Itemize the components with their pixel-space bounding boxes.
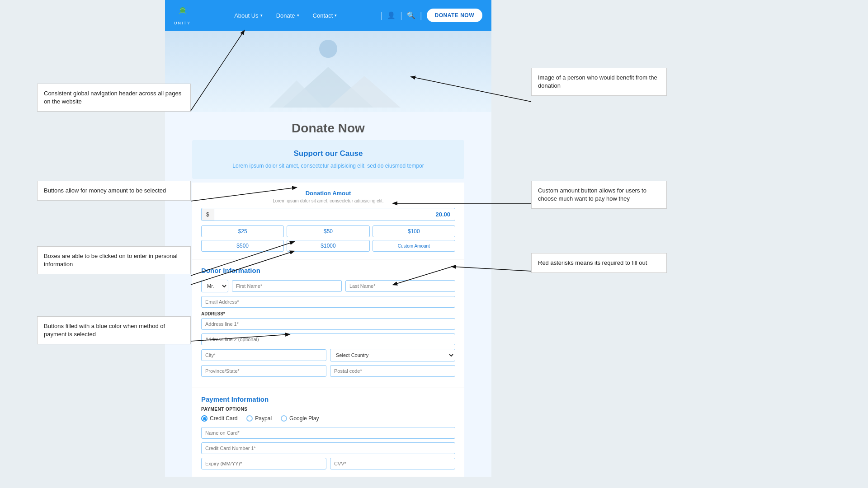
cvv-input[interactable] bbox=[330, 458, 455, 469]
last-name-input[interactable] bbox=[345, 280, 455, 292]
logo-text: UNITY bbox=[174, 21, 191, 25]
credit-card-option[interactable]: Credit Card bbox=[201, 415, 237, 422]
support-card: Support our Cause Lorem ipsum dolor sit … bbox=[192, 140, 464, 179]
donation-amount-heading: Donation Amout bbox=[201, 190, 455, 197]
credit-card-label: Credit Card bbox=[210, 415, 237, 422]
cc-fields bbox=[201, 427, 455, 469]
paypal-label: Paypal bbox=[255, 415, 272, 422]
first-name-input[interactable] bbox=[232, 280, 342, 292]
expiry-cvv-row bbox=[201, 458, 455, 469]
current-amount: 20.00 bbox=[214, 208, 455, 221]
city-input[interactable] bbox=[201, 349, 326, 361]
name-on-card-input[interactable] bbox=[201, 427, 455, 439]
svg-point-0 bbox=[180, 7, 185, 13]
divider-2: | bbox=[400, 11, 402, 20]
contact-link[interactable]: Contact ▾ bbox=[313, 12, 337, 19]
payment-options-label: PAYMENT OPTIONS bbox=[201, 407, 455, 412]
amount-btn-50[interactable]: $50 bbox=[287, 225, 369, 237]
support-heading: Support our Cause bbox=[201, 149, 455, 158]
expiry-input[interactable] bbox=[201, 458, 326, 469]
credit-card-radio[interactable] bbox=[201, 415, 208, 422]
logo: UNITY bbox=[174, 5, 191, 25]
google-play-option[interactable]: Google Play bbox=[281, 415, 319, 422]
currency-symbol: $ bbox=[202, 209, 214, 221]
annotation-amount-buttons: Buttons allow for money amount to be sel… bbox=[37, 181, 191, 201]
address-line2-input[interactable] bbox=[201, 333, 455, 345]
title-select[interactable]: Mr. Mrs. Ms. Dr. bbox=[201, 280, 228, 292]
divider-3: | bbox=[420, 11, 422, 20]
about-us-link[interactable]: About Us ▾ bbox=[234, 12, 262, 19]
annotation-image-person: Image of a person who would benefit from… bbox=[531, 68, 667, 96]
email-input[interactable] bbox=[201, 296, 455, 308]
paypal-radio[interactable] bbox=[246, 415, 253, 422]
search-icon-button[interactable]: 🔍 bbox=[407, 11, 415, 19]
address-line1-input[interactable] bbox=[201, 318, 455, 330]
donation-amount-section: Donation Amout Lorem ipsum dolor sit ame… bbox=[192, 183, 464, 259]
province-input[interactable] bbox=[201, 365, 326, 377]
support-description: Lorem ipsum dolor sit amet, consectetur … bbox=[201, 162, 455, 170]
amount-btn-500[interactable]: $500 bbox=[201, 240, 284, 252]
amount-btn-custom[interactable]: Custom Amount bbox=[373, 240, 455, 252]
navbar-right: | 👤 | 🔍 | DONATE NOW bbox=[381, 9, 483, 22]
amount-display: $ 20.00 bbox=[201, 208, 455, 221]
payment-info-section: Payment Information PAYMENT OPTIONS Cred… bbox=[192, 388, 464, 477]
address-label: ADDRESS* bbox=[201, 311, 455, 316]
mountain-illustration bbox=[238, 62, 419, 112]
city-country-row: Select Country bbox=[201, 349, 455, 361]
donor-info-heading: Donor Information bbox=[201, 267, 455, 274]
contact-chevron-icon: ▾ bbox=[335, 13, 337, 18]
annotation-red-asterisks: Red asterisks means its required to fill… bbox=[531, 253, 667, 273]
annotation-custom-amount: Custom amount button allows for users to… bbox=[531, 181, 667, 209]
donate-now-button[interactable]: DONATE NOW bbox=[427, 9, 482, 22]
hero-area bbox=[165, 31, 491, 112]
amount-btn-1000[interactable]: $1000 bbox=[287, 240, 369, 252]
annotation-payment-buttons: Buttons filled with a blue color when me… bbox=[37, 316, 191, 344]
address2-row bbox=[201, 333, 455, 345]
amount-btn-100[interactable]: $100 bbox=[373, 225, 455, 237]
payment-methods-row: Credit Card Paypal Google Play bbox=[201, 415, 455, 422]
amount-btn-25[interactable]: $25 bbox=[201, 225, 284, 237]
card-number-input[interactable] bbox=[201, 442, 455, 454]
country-select[interactable]: Select Country bbox=[330, 349, 455, 361]
google-play-radio[interactable] bbox=[281, 415, 287, 422]
donation-amount-subtitle: Lorem ipsum dolor sit amet, consectetur … bbox=[201, 198, 455, 203]
navbar: UNITY About Us ▾ Donate ▾ Contact ▾ | 👤 … bbox=[165, 0, 491, 31]
payment-heading: Payment Information bbox=[201, 395, 455, 403]
about-us-chevron-icon: ▾ bbox=[260, 13, 263, 18]
postal-input[interactable] bbox=[330, 365, 455, 377]
email-row bbox=[201, 296, 455, 308]
donate-chevron-icon: ▾ bbox=[297, 13, 299, 18]
page-title: Donate Now bbox=[165, 112, 491, 140]
province-postal-row bbox=[201, 365, 455, 377]
paypal-option[interactable]: Paypal bbox=[246, 415, 272, 422]
donor-info-section: Donor Information Mr. Mrs. Ms. Dr. ADDRE… bbox=[192, 259, 464, 388]
donate-link[interactable]: Donate ▾ bbox=[276, 12, 299, 19]
person-image bbox=[319, 40, 337, 58]
page-content: Donate Now Support our Cause Lorem ipsum… bbox=[165, 31, 491, 477]
address1-row bbox=[201, 318, 455, 330]
annotation-info-boxes: Boxes are able to be clicked on to enter… bbox=[37, 246, 191, 274]
nav-links: About Us ▾ Donate ▾ Contact ▾ bbox=[234, 12, 337, 19]
amount-buttons-grid: $25 $50 $100 $500 $1000 Custom Amount bbox=[201, 225, 455, 252]
divider-1: | bbox=[381, 11, 383, 20]
logo-icon bbox=[175, 5, 190, 20]
name-row: Mr. Mrs. Ms. Dr. bbox=[201, 280, 455, 292]
google-play-label: Google Play bbox=[289, 415, 319, 422]
user-icon-button[interactable]: 👤 bbox=[387, 11, 396, 19]
annotation-nav-header: Consistent global navigation header acro… bbox=[37, 84, 191, 112]
